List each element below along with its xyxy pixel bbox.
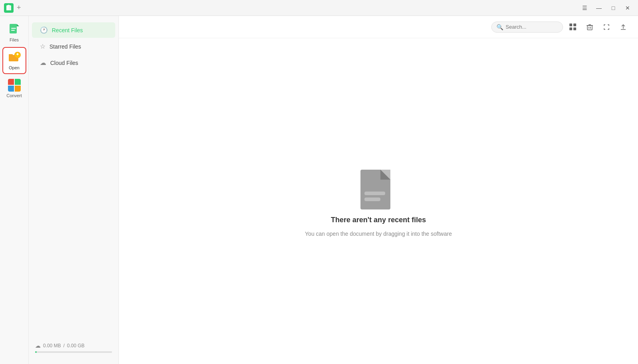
search-box[interactable]: 🔍 [491, 22, 563, 33]
main-content: 🔍 [119, 16, 638, 364]
sidebar-nav-starred[interactable]: ☆ Starred Files [32, 39, 115, 54]
recent-files-label: Recent Files [52, 27, 83, 33]
star-icon: ☆ [40, 43, 45, 50]
upload-button[interactable] [616, 20, 630, 34]
expand-icon [603, 23, 610, 31]
expand-button[interactable] [600, 20, 613, 34]
grid-view-button[interactable] [566, 20, 580, 34]
maximize-button[interactable]: □ [607, 2, 620, 14]
close-button[interactable]: ✕ [621, 2, 634, 14]
svg-rect-13 [573, 27, 576, 30]
empty-state-title: There aren't any recent files [331, 216, 426, 224]
starred-files-label: Starred Files [49, 43, 81, 50]
open-icon [8, 51, 21, 64]
storage-bar-background [35, 351, 112, 353]
empty-state: There aren't any recent files You can op… [119, 38, 638, 364]
svg-rect-14 [587, 25, 592, 30]
storage-info: ☁ 0.00 MB / 0.00 GB [35, 342, 112, 349]
sidebar-nav-recent[interactable]: 🕐 Recent Files [32, 22, 115, 38]
sidebar-item-convert[interactable]: Convert [2, 76, 26, 101]
svg-rect-3 [11, 30, 15, 31]
icon-bar: Files Open Convert [0, 16, 29, 364]
trash-button[interactable] [583, 20, 597, 34]
search-input[interactable] [506, 24, 553, 30]
new-tab-button[interactable]: + [17, 4, 21, 12]
trash-icon [586, 23, 593, 31]
clock-icon: 🕐 [40, 26, 48, 34]
svg-rect-10 [569, 23, 572, 26]
grid-view-icon [569, 23, 577, 31]
document-illustration-icon [358, 166, 398, 211]
cloud-files-label: Cloud Files [50, 60, 78, 66]
window-controls: ☰ — □ ✕ [578, 2, 634, 14]
storage-cloud-icon: ☁ [35, 342, 41, 349]
svg-rect-11 [573, 23, 576, 26]
sidebar: 🕐 Recent Files ☆ Starred Files ☁ Cloud F… [29, 16, 119, 364]
files-label: Files [10, 37, 19, 42]
app-body: Files Open Convert [0, 16, 638, 364]
storage-total: 0.00 GB [67, 343, 85, 348]
svg-rect-5 [9, 54, 13, 56]
svg-rect-20 [364, 192, 385, 195]
title-bar: + ☰ — □ ✕ [0, 0, 638, 16]
upload-icon [620, 23, 627, 31]
empty-state-subtitle: You can open the document by dragging it… [305, 231, 452, 237]
sidebar-nav-cloud[interactable]: ☁ Cloud Files [32, 55, 115, 70]
empty-state-illustration [358, 166, 398, 209]
svg-rect-2 [11, 28, 16, 29]
app-logo-icon [4, 3, 14, 13]
svg-rect-21 [364, 198, 380, 201]
storage-used: 0.00 MB [43, 343, 61, 348]
toolbar: 🔍 [119, 16, 638, 38]
convert-label: Convert [6, 93, 22, 98]
storage-footer: ☁ 0.00 MB / 0.00 GB [29, 338, 118, 358]
cloud-icon: ☁ [40, 59, 46, 67]
sidebar-item-open[interactable]: Open [2, 47, 26, 74]
svg-rect-9 [17, 53, 18, 55]
svg-rect-12 [569, 27, 572, 30]
files-icon [8, 23, 21, 36]
sidebar-item-files[interactable]: Files [2, 20, 26, 45]
convert-icon [8, 79, 21, 92]
minimize-button[interactable]: — [593, 2, 605, 14]
search-icon: 🔍 [496, 24, 503, 30]
open-label: Open [9, 65, 20, 70]
storage-separator: / [63, 343, 65, 348]
storage-bar-fill [35, 351, 37, 353]
menu-button[interactable]: ☰ [578, 2, 591, 14]
